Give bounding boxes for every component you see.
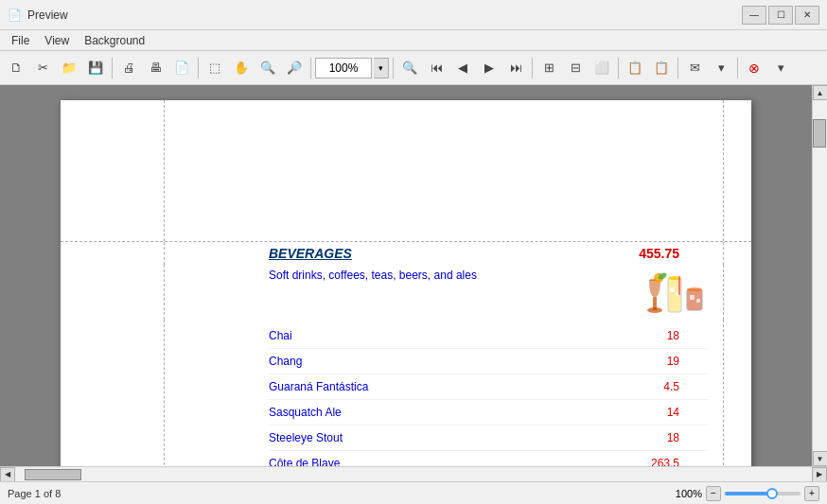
new-button[interactable]: 🗋 [4,56,28,80]
zoom-input[interactable] [315,58,372,78]
svg-rect-14 [696,299,700,303]
toolbar-separator-5 [532,58,533,78]
item-row: Chai 18 [269,323,708,349]
svg-rect-13 [690,295,695,300]
items-wrapper: Chai 18 Chang 19 Guaraná Fantástica 4.5 [61,320,751,466]
folder-button[interactable]: 📁 [57,56,81,80]
mail-dropdown[interactable]: ▾ [709,56,733,80]
toolbar-separator-3 [310,58,311,78]
category-total: 455.75 [639,246,679,261]
menu-bar: File View Background [0,30,827,51]
menu-background[interactable]: Background [77,32,152,49]
main-area: BEVERAGES 455.75 Soft drinks, coffees, t… [0,85,827,466]
stop-button[interactable]: ⊗ [742,56,766,80]
item-price-0: 18 [667,329,679,342]
minimize-button[interactable]: — [742,6,766,25]
h-scroll-track[interactable] [15,468,812,481]
category-header-wrapper: BEVERAGES 455.75 [61,242,751,265]
toolbar-separator-6 [618,58,619,78]
zoom-in-button[interactable]: 🔍 [255,56,280,80]
category-title: BEVERAGES [269,246,352,261]
last-page-button[interactable]: ⏭ [503,56,528,80]
category-desc-row: Soft drinks, coffees, teas, beers, and a… [165,265,723,320]
toolbar-separator-2 [198,58,199,78]
scroll-area: BEVERAGES 455.75 Soft drinks, coffees, t… [0,85,812,466]
print-button[interactable]: 🖨 [116,56,141,80]
doc-main-3: Chai 18 Chang 19 Guaraná Fantástica 4.5 [165,320,723,466]
scroll-up-arrow[interactable]: ▲ [813,85,828,100]
h-scroll-thumb[interactable] [25,469,81,480]
prev-page-button[interactable]: ◀ [450,56,475,80]
open-button[interactable]: ✂ [30,56,55,80]
item-price-3: 14 [667,406,679,419]
page-canvas[interactable]: BEVERAGES 455.75 Soft drinks, coffees, t… [0,85,812,466]
horizontal-scrollbar: ◀ ▶ [0,466,827,481]
pan-button[interactable]: ✋ [229,56,254,80]
scroll-left-arrow[interactable]: ◀ [0,467,15,482]
layout-button[interactable]: ⊞ [537,56,561,80]
upper-main [165,100,723,241]
item-name-4: Steeleye Stout [269,431,343,444]
category-header: BEVERAGES 455.75 [165,242,723,265]
toolbar: 🗋 ✂ 📁 💾 🖨 🖶 📄 ⬚ ✋ 🔍 🔎 ▾ 🔍 ⏮ ◀ ▶ ⏭ ⊞ ⊟ ⬜ … [0,51,827,85]
fit-button[interactable]: ⬜ [589,56,614,80]
layout2-button[interactable]: ⊟ [563,56,588,80]
category-desc-wrapper: Soft drinks, coffees, teas, beers, and a… [61,265,751,320]
toolbar-separator-8 [737,58,738,78]
paste-button[interactable]: 📋 [649,56,674,80]
item-row: Chang 19 [269,349,708,374]
drinks-svg [642,269,708,316]
menu-file[interactable]: File [4,32,37,49]
menu-view[interactable]: View [37,32,77,49]
zoom-out-button[interactable]: 🔎 [282,56,307,80]
doc-button[interactable]: 📄 [169,56,194,80]
item-price-2: 4.5 [663,380,679,393]
more-button[interactable]: ▾ [768,56,793,80]
zoom-dropdown[interactable]: ▾ [374,58,389,78]
slider-fill [725,492,772,495]
svg-point-12 [687,287,702,291]
doc-right-border-2 [723,265,751,320]
item-name-3: Sasquatch Ale [269,406,342,419]
copy-button[interactable]: 📋 [623,56,647,80]
upper-section [61,100,751,242]
slider-thumb[interactable] [766,488,778,499]
first-page-button[interactable]: ⏮ [424,56,449,80]
item-name-2: Guaraná Fantástica [269,380,368,393]
zoom-level-label: 100% [676,488,702,499]
play-button[interactable]: ▶ [477,56,501,80]
scroll-right-arrow[interactable]: ▶ [812,467,827,482]
toolbar-separator-1 [112,58,113,78]
close-button[interactable]: ✕ [795,6,819,25]
scroll-track[interactable] [813,100,828,451]
title-bar: 📄 Preview — ☐ ✕ [0,0,827,30]
doc-right-border-3 [723,320,751,466]
slider-track[interactable] [725,492,801,495]
save-button[interactable]: 💾 [83,56,108,80]
document-page: BEVERAGES 455.75 Soft drinks, coffees, t… [61,100,751,466]
app-title: Preview [27,9,68,22]
item-name-5: Côte de Blaye [269,457,340,466]
nav-search-button[interactable]: 🔍 [397,56,422,80]
maximize-button[interactable]: ☐ [768,6,793,25]
category-image [642,269,708,316]
doc-left-border-1 [61,242,165,265]
doc-left-border-2 [61,265,165,320]
mail-button[interactable]: ✉ [682,56,707,80]
svg-rect-7 [670,287,675,292]
item-price-1: 19 [667,355,679,368]
zoom-plus-button[interactable]: + [804,486,819,501]
scroll-thumb[interactable] [813,119,826,148]
svg-rect-1 [653,297,657,310]
item-name-1: Chang [269,355,302,368]
zoom-minus-button[interactable]: − [706,486,721,501]
upper-right [723,100,751,241]
select-button[interactable]: ⬚ [202,56,227,80]
item-row: Sasquatch Ale 14 [269,400,708,426]
scroll-down-arrow[interactable]: ▼ [813,451,828,466]
svg-rect-9 [678,276,680,295]
print2-button[interactable]: 🖶 [143,56,167,80]
status-right: 100% − + [676,486,819,501]
category-description: Soft drinks, coffees, teas, beers, and a… [269,269,632,282]
item-price-4: 18 [667,431,679,444]
